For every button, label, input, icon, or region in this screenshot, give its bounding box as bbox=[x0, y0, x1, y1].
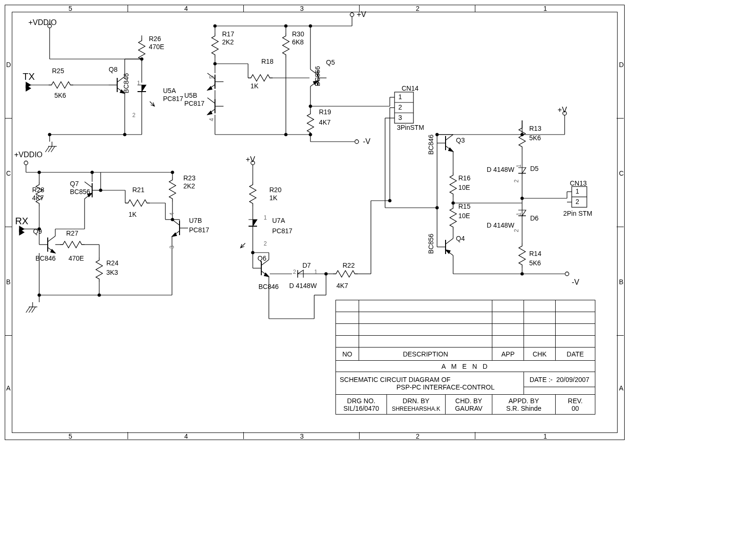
signal-tx: TX bbox=[23, 72, 35, 81]
zone-col: 1 bbox=[543, 433, 547, 440]
ref-R14: R14 bbox=[529, 250, 541, 257]
type-Q5: BC856 bbox=[314, 66, 321, 86]
type-U7A: PC817 bbox=[272, 228, 292, 234]
zone-tick bbox=[128, 5, 128, 12]
svg-rect-69 bbox=[395, 92, 413, 123]
hdr-date: DATE bbox=[556, 348, 595, 361]
pin: 1 bbox=[137, 80, 140, 86]
cn13-pin2: 2 bbox=[576, 198, 579, 205]
zone-col: 2 bbox=[416, 5, 420, 12]
pin: 3 bbox=[169, 246, 175, 249]
zone-col: 5 bbox=[69, 433, 72, 440]
ref-Q4: Q4 bbox=[456, 235, 465, 242]
ref-Q7: Q7 bbox=[70, 180, 79, 187]
date-val: 20/09/2007 bbox=[556, 376, 589, 383]
ref-Q5: Q5 bbox=[326, 59, 335, 66]
ref-Q6: Q6 bbox=[258, 255, 266, 262]
signal-rx: RX bbox=[15, 216, 28, 226]
ref-R19: R19 bbox=[319, 109, 331, 115]
pin: 2 bbox=[514, 229, 519, 232]
zone-tick bbox=[617, 227, 624, 227]
title1: SCHEMATIC CIRCUIT DIAGRAM OF bbox=[340, 376, 450, 383]
ref-R26: R26 bbox=[149, 35, 161, 42]
zone-col: 4 bbox=[184, 433, 188, 440]
zone-tick bbox=[5, 118, 12, 119]
hdr-chk: CHK bbox=[524, 348, 556, 361]
val-R15: 10E bbox=[458, 212, 470, 219]
pin: 2 bbox=[132, 112, 136, 118]
val-R30: 6K8 bbox=[292, 39, 304, 45]
type-D7: D 4148W bbox=[289, 282, 317, 289]
rev-val: 00 bbox=[572, 405, 579, 412]
zone-row: C bbox=[6, 170, 11, 177]
val-R23: 2K2 bbox=[183, 183, 195, 189]
ref-D6: D6 bbox=[530, 215, 539, 221]
ref-R16: R16 bbox=[458, 175, 471, 181]
hdr-app: APP bbox=[492, 348, 524, 361]
ref-R25: R25 bbox=[52, 68, 64, 74]
zone-col: 3 bbox=[300, 433, 304, 440]
pin: 2 bbox=[264, 241, 267, 246]
ref-U7B: U7B bbox=[189, 217, 202, 224]
val-R28: 4K7 bbox=[32, 195, 44, 201]
val-R16: 10E bbox=[458, 184, 470, 191]
title2: PSP-PC INTERFACE-CONTROL bbox=[340, 383, 495, 391]
hdr-desc: DESCRIPTION bbox=[359, 348, 492, 361]
ref-U7A: U7A bbox=[272, 217, 285, 224]
pin: 2 bbox=[514, 179, 519, 183]
ref-Q3: Q3 bbox=[456, 137, 465, 144]
pin: 1 bbox=[264, 215, 267, 220]
zone-row: B bbox=[619, 279, 623, 285]
ref-U5B: U5B bbox=[184, 92, 197, 99]
zone-tick bbox=[243, 432, 244, 439]
ref-D7: D7 bbox=[302, 262, 311, 269]
rail-vddio: +VDDIO bbox=[28, 19, 57, 26]
val-R27: 470E bbox=[69, 255, 84, 262]
cn14-pin3: 3 bbox=[398, 114, 402, 121]
drg-lbl: DRG NO. bbox=[347, 397, 376, 405]
drg-val: SIL/16/0470 bbox=[344, 405, 379, 412]
zone-row: B bbox=[6, 279, 10, 285]
val-R20: 1K bbox=[269, 195, 277, 201]
val-R21: 1K bbox=[129, 211, 137, 218]
rail-minusv: -V bbox=[363, 138, 370, 145]
appd-val: S.R. Shinde bbox=[506, 405, 541, 412]
rev-lbl: REV. bbox=[568, 397, 583, 405]
drn-lbl: DRN. BY bbox=[403, 397, 430, 405]
ref-Q8: Q8 bbox=[109, 66, 118, 73]
ref-R27: R27 bbox=[66, 230, 78, 237]
type-U7B: PC817 bbox=[189, 227, 209, 233]
chd-val: GAURAV bbox=[455, 405, 482, 412]
zone-col: 4 bbox=[184, 5, 188, 12]
pin: 2 bbox=[293, 269, 296, 275]
zone-tick bbox=[475, 5, 475, 12]
chd-lbl: CHD. BY bbox=[455, 397, 482, 405]
zone-row: D bbox=[619, 61, 624, 68]
cn14-pin2: 2 bbox=[398, 104, 402, 110]
zone-tick bbox=[5, 227, 12, 227]
cn14-pin1: 1 bbox=[398, 93, 402, 100]
pin: 4 bbox=[169, 212, 175, 216]
zone-row: A bbox=[6, 385, 10, 391]
type-U5B: PC817 bbox=[184, 100, 205, 107]
ref-R17: R17 bbox=[222, 31, 234, 37]
ref-R15: R15 bbox=[458, 203, 471, 210]
type-Q7: BC856 bbox=[70, 188, 90, 195]
val-R13: 5K6 bbox=[529, 135, 541, 141]
ref-R24: R24 bbox=[106, 260, 119, 266]
val-R17: 2K2 bbox=[222, 39, 234, 45]
zone-row: A bbox=[619, 385, 623, 391]
type-U5A: PC817 bbox=[163, 95, 183, 102]
ref-R28: R28 bbox=[32, 186, 44, 193]
zone-row: D bbox=[6, 61, 11, 68]
val-R14: 5K6 bbox=[529, 260, 541, 266]
val-R25: 5K6 bbox=[54, 92, 66, 99]
ref-D5: D5 bbox=[530, 165, 539, 172]
hdr-no: NO bbox=[336, 348, 359, 361]
amend: A M E N D bbox=[336, 361, 595, 372]
revision-table: NO DESCRIPTION APP CHK DATE A M E N D SC… bbox=[335, 300, 595, 415]
zone-row: C bbox=[619, 170, 624, 177]
zone-tick bbox=[617, 335, 624, 336]
rail-plusv: +V bbox=[357, 11, 366, 18]
type-CN14: 3PinSTM bbox=[397, 124, 424, 131]
